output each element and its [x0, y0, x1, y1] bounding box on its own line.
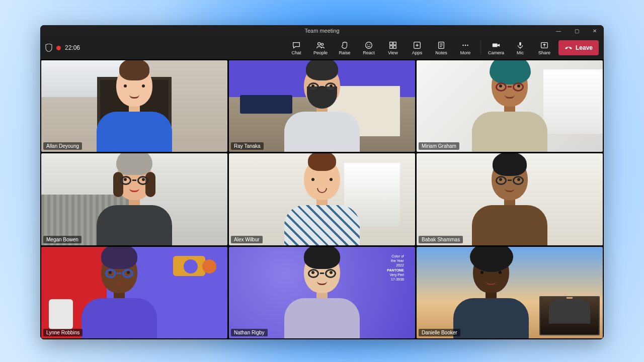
svg-point-11: [462, 44, 464, 46]
leave-label: Leave: [576, 44, 593, 51]
participant-tile[interactable]: Allan Deyoung: [41, 60, 227, 152]
participant-tile[interactable]: Babak Shammas: [417, 153, 603, 245]
close-button[interactable]: ✕: [586, 25, 604, 36]
participant-name: Lynne Robbins: [43, 329, 83, 336]
svg-rect-8: [393, 45, 396, 48]
participant-name: Danielle Booker: [419, 329, 460, 336]
minimize-button[interactable]: —: [549, 25, 568, 36]
title-bar: Team meeting — ▢ ✕: [40, 25, 604, 36]
svg-point-1: [321, 43, 323, 45]
react-icon: [364, 41, 373, 50]
people-button[interactable]: People: [310, 38, 331, 57]
apps-button[interactable]: Apps: [407, 38, 427, 57]
participant-tile[interactable]: Ray Tanaka: [229, 60, 415, 152]
maximize-button[interactable]: ▢: [568, 25, 586, 36]
meeting-timer: 22:06: [65, 44, 80, 51]
participant-tile[interactable]: Danielle Booker: [417, 247, 603, 338]
self-view[interactable]: [539, 296, 600, 335]
svg-point-0: [318, 42, 320, 45]
svg-rect-6: [393, 42, 396, 44]
participant-name: Ray Tanaka: [231, 142, 264, 150]
more-button[interactable]: More: [455, 38, 475, 57]
svg-point-12: [465, 44, 466, 46]
svg-rect-7: [390, 45, 392, 48]
record-icon: [56, 46, 61, 50]
toolbar-separator: [480, 41, 481, 55]
svg-point-2: [366, 42, 372, 48]
more-icon: [461, 41, 470, 50]
svg-rect-5: [390, 42, 392, 44]
recording-area: 22:06: [45, 44, 80, 52]
svg-rect-14: [493, 43, 498, 47]
people-icon: [316, 41, 325, 50]
svg-point-4: [369, 44, 370, 45]
svg-point-3: [367, 44, 368, 45]
participant-name: Nathan Rigby: [231, 329, 268, 336]
privacy-shield-icon: [45, 44, 52, 52]
apps-icon: [413, 41, 422, 50]
share-button[interactable]: Share: [534, 38, 554, 57]
raise-hand-button[interactable]: Raise: [335, 38, 355, 57]
raise-hand-icon: [340, 41, 349, 50]
participant-tile[interactable]: Color ofthe Year2022PANTONEVery Peri17-3…: [229, 247, 415, 338]
participant-name: Alex Wilbur: [231, 236, 263, 243]
window-controls: — ▢ ✕: [549, 25, 604, 36]
window-title: Team meeting: [304, 28, 339, 34]
participant-grid: Allan Deyoung Ray Tanaka: [40, 59, 604, 339]
camera-button[interactable]: Camera: [486, 38, 506, 57]
notes-icon: [437, 41, 446, 50]
hangup-icon: [565, 45, 573, 51]
chat-icon: [292, 41, 301, 50]
react-button[interactable]: React: [359, 38, 379, 57]
participant-name: Babak Shammas: [419, 236, 463, 243]
mic-button[interactable]: Mic: [510, 38, 530, 57]
chat-button[interactable]: Chat: [286, 38, 306, 57]
camera-icon: [492, 41, 501, 50]
meeting-window: Team meeting — ▢ ✕ 22:06 Chat People Rai…: [40, 25, 604, 339]
leave-button[interactable]: Leave: [558, 40, 599, 55]
participant-tile[interactable]: Alex Wilbur: [229, 153, 415, 245]
mic-icon: [516, 41, 525, 50]
participant-tile[interactable]: Lynne Robbins: [41, 247, 227, 338]
view-icon: [388, 41, 397, 50]
participant-name: Allan Deyoung: [43, 142, 82, 150]
participant-name: Miriam Graham: [419, 142, 459, 150]
notes-button[interactable]: Notes: [431, 38, 451, 57]
svg-point-13: [467, 44, 468, 46]
share-icon: [540, 41, 549, 50]
meeting-toolbar: 22:06 Chat People Raise React View Apps: [40, 36, 604, 59]
participant-tile[interactable]: Megan Bowen: [41, 153, 227, 245]
view-button[interactable]: View: [383, 38, 403, 57]
svg-rect-15: [519, 42, 521, 45]
participant-name: Megan Bowen: [43, 236, 82, 243]
participant-tile[interactable]: Miriam Graham: [417, 60, 603, 152]
